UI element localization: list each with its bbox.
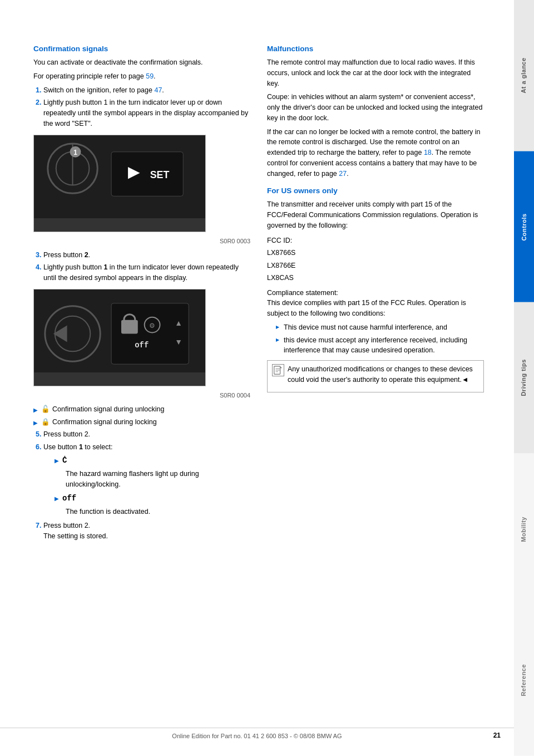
step-7: Press button 2. The setting is stored. (43, 521, 250, 542)
sub-bullet-2: ▶ (55, 494, 59, 503)
note-icon (272, 364, 284, 376)
svg-marker-24 (280, 366, 283, 369)
sub-text-2: The function is deactivated. (55, 507, 250, 517)
malfunctions-title: Malfunctions (267, 45, 484, 53)
svg-rect-6 (111, 151, 183, 195)
step1-suffix: . (162, 86, 164, 94)
para3-link[interactable]: 18 (424, 149, 432, 156)
sidebar-tab-mobility[interactable]: Mobility (514, 454, 534, 605)
steps-list-2: Press button 2. Lightly push button 1 in… (33, 250, 250, 283)
compliance-list: This device must not cause harmful inter… (267, 322, 484, 356)
malfunction-para3: If the car can no longer be locked with … (267, 127, 484, 179)
sub-option-off: ▶ off The function is deactivated. (55, 493, 250, 517)
compliance-title: Compliance statement: This device compli… (267, 288, 484, 319)
svg-text:▲: ▲ (175, 318, 182, 327)
svg-rect-22 (34, 372, 205, 386)
step-3: Press button 2. (43, 250, 250, 261)
svg-text:⚙: ⚙ (149, 321, 155, 329)
bullet-unlock-text: Confirmation signal during unlocking (52, 404, 165, 415)
sub-bullet-1: ▶ (55, 456, 59, 465)
page-footer: Online Edition for Part no. 01 41 2 600 … (0, 728, 514, 739)
bullet-unlock: ▶ 🔓 Confirmation signal during unlocking (33, 404, 250, 415)
sidebar-tab-driving-tips[interactable]: Driving tips (514, 302, 534, 454)
svg-text:▶: ▶ (128, 163, 140, 180)
page-number: 21 (493, 732, 501, 739)
para2-suffix: . (154, 72, 155, 80)
sidebar-tab-at-a-glance[interactable]: At a glance (514, 0, 534, 151)
fcc-line3: LX8CAS (267, 272, 484, 284)
fcc-id: FCC ID: (267, 234, 484, 247)
left-para1: You can activate or deactivate the confi… (33, 57, 250, 68)
main-content: Confirmation signals You can activate or… (0, 0, 514, 756)
svg-text:SET: SET (150, 169, 170, 180)
dashboard-image-2: ⚙ off ▲ ▼ (33, 289, 206, 386)
step-6: Use button 1 to select: ▶ Ċ The hazard w… (43, 442, 250, 517)
left-column: Confirmation signals You can activate or… (33, 45, 250, 723)
compliance-item-2: this device must accept any interference… (276, 335, 484, 356)
bullet-arrow-2: ▶ (33, 419, 38, 427)
svg-text:1: 1 (73, 148, 77, 156)
sidebar-tab-reference[interactable]: Reference (514, 605, 534, 756)
bullet-unlock-icon: 🔓 (41, 404, 50, 415)
para2-prefix: For operating principle refer to page (33, 72, 146, 80)
steps-list-3: Press button 2. Use button 1 to select: … (33, 429, 250, 541)
sub-text-1: The hazard warning flashers light up dur… (55, 469, 250, 490)
step1-link[interactable]: 47 (154, 86, 162, 94)
step-2: Lightly push button 1 in the turn indica… (43, 97, 250, 129)
sub-symbol-1: Ċ (62, 455, 67, 467)
bullet-lock: ▶ 🔒 Confirmation signal during locking (33, 417, 250, 428)
forus-title: For US owners only (267, 186, 484, 195)
sub-option-hazard: ▶ Ċ The hazard warning flashers light up… (55, 455, 250, 490)
note-text: Any unauthorized modifications or change… (288, 364, 479, 385)
step1-prefix: Switch on the ignition, refer to page (43, 86, 154, 94)
dashboard-image-1: 1 ▶ SET (33, 135, 206, 232)
compliance-item-1: This device must not cause harmful inter… (276, 322, 484, 333)
steps-list: Switch on the ignition, refer to page 47… (33, 85, 250, 129)
right-column: Malfunctions The remote control may malf… (267, 45, 484, 723)
note-box: Any unauthorized modifications or change… (267, 360, 484, 392)
step-4: Lightly push button 1 in the turn indica… (43, 262, 250, 283)
dashboard-image-2-wrap: ⚙ off ▲ ▼ S0R0 0004 (33, 289, 250, 399)
para3-link2[interactable]: 27 (339, 170, 347, 178)
svg-rect-14 (111, 303, 189, 364)
fcc-para1: The transmitter and receiver units compl… (267, 199, 484, 230)
fcc-line2: LX8766E (267, 259, 484, 272)
page-container: Confirmation signals You can activate or… (0, 0, 534, 756)
fcc-codes-block: FCC ID: LX8766S LX8766E LX8CAS (267, 234, 484, 284)
footer-text: Online Edition for Part no. 01 41 2 600 … (172, 733, 342, 739)
svg-rect-9 (34, 218, 205, 232)
para2-link[interactable]: 59 (146, 72, 154, 80)
svg-rect-15 (121, 320, 138, 333)
dashboard-image-1-wrap: 1 ▶ SET S0R0 0003 (33, 135, 250, 244)
malfunction-para2: Coupe: in vehicles without an alarm syst… (267, 92, 484, 123)
left-para2: For operating principle refer to page 59… (33, 71, 250, 82)
step-1: Switch on the ignition, refer to page 47… (43, 85, 250, 96)
sub-symbol-2: off (62, 493, 76, 504)
left-section-title: Confirmation signals (33, 45, 250, 53)
fcc-line1: LX8766S (267, 247, 484, 259)
image-1-caption: S0R0 0003 (33, 238, 250, 244)
bullet-lock-icon: 🔒 (41, 417, 50, 428)
svg-text:▼: ▼ (175, 337, 182, 346)
para3-end: . (347, 170, 348, 178)
malfunction-para1: The remote control may malfunction due t… (267, 57, 484, 89)
sidebar-tab-controls[interactable]: Controls (514, 151, 534, 303)
bullet-lock-text: Confirmation signal during locking (52, 417, 157, 428)
sidebar: At a glance Controls Driving tips Mobili… (514, 0, 534, 756)
step-5: Press button 2. (43, 429, 250, 440)
image-2-caption: S0R0 0004 (33, 392, 250, 399)
bullet-arrow-1: ▶ (33, 406, 38, 414)
sub-options: ▶ Ċ The hazard warning flashers light up… (43, 455, 250, 517)
svg-text:off: off (135, 341, 149, 350)
